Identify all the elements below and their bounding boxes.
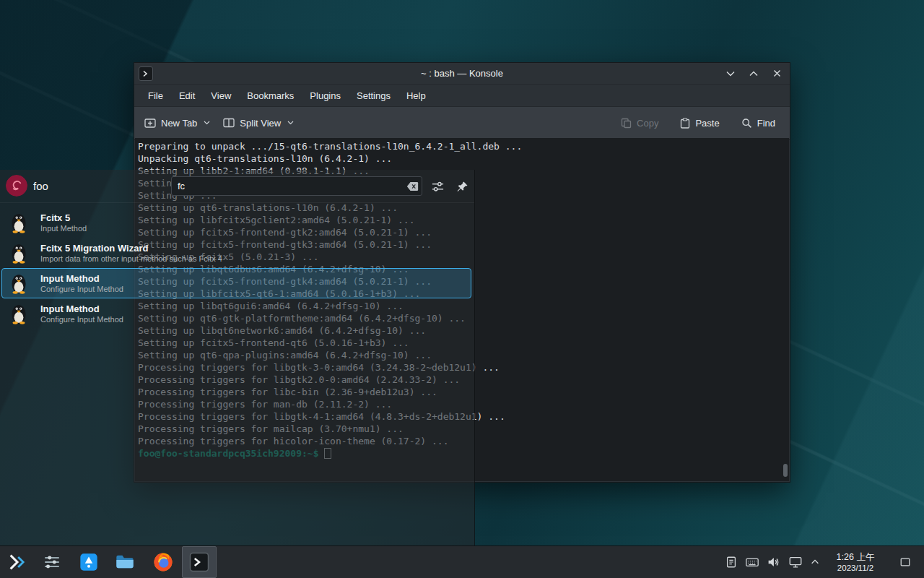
tune-icon[interactable] bbox=[430, 179, 445, 194]
result-title: Fcitx 5 Migration Wizard bbox=[40, 243, 222, 254]
tux-linux-icon bbox=[9, 272, 28, 294]
launcher-result-item[interactable]: Input Method Configure Input Method bbox=[1, 298, 471, 329]
menu-item[interactable]: Help bbox=[398, 87, 434, 105]
task-manager-settings-icon bbox=[43, 553, 61, 571]
copy-label: Copy bbox=[637, 118, 658, 129]
launcher-header: foo bbox=[0, 170, 474, 203]
tux-linux-icon bbox=[9, 303, 28, 324]
result-subtitle: Configure Input Method bbox=[40, 285, 123, 294]
menu-item[interactable]: Bookmarks bbox=[239, 87, 302, 105]
menu-bar: File Edit View Bookmarks Plugins Setting… bbox=[134, 85, 790, 107]
clock-date: 2023/11/2 bbox=[837, 563, 873, 573]
close-icon[interactable] bbox=[771, 68, 783, 79]
launcher-search bbox=[171, 176, 422, 196]
split-view-icon bbox=[223, 118, 235, 128]
maximize-icon[interactable] bbox=[748, 68, 759, 79]
find-label: Find bbox=[757, 118, 775, 129]
pin-icon[interactable] bbox=[455, 179, 469, 194]
file-manager-button[interactable] bbox=[110, 546, 140, 578]
split-view-button[interactable]: Split View bbox=[223, 118, 294, 129]
new-tab-icon bbox=[144, 118, 156, 128]
copy-icon bbox=[621, 118, 632, 129]
terminal-scrollbar-thumb[interactable] bbox=[783, 464, 788, 477]
search-input[interactable] bbox=[171, 176, 422, 196]
tux-linux-icon bbox=[9, 212, 28, 233]
application-launcher: foo bbox=[0, 170, 475, 545]
display-icon bbox=[788, 555, 803, 569]
notifications-icon bbox=[725, 556, 738, 569]
user-name: foo bbox=[33, 170, 48, 202]
terminal-output-line: Preparing to unpack .../15-qt6-translati… bbox=[138, 140, 786, 152]
menu-item[interactable]: Plugins bbox=[302, 87, 349, 105]
window-titlebar[interactable]: ~ : bash — Konsole bbox=[134, 63, 790, 85]
menu-item[interactable]: Settings bbox=[349, 87, 398, 105]
paste-icon bbox=[680, 118, 690, 129]
application-launcher-button[interactable] bbox=[1, 546, 33, 578]
expand-tray-icon bbox=[810, 557, 820, 567]
menu-item[interactable]: View bbox=[203, 87, 239, 105]
menu-item[interactable]: File bbox=[140, 87, 171, 105]
launcher-result-item[interactable]: Fcitx 5 Input Method bbox=[1, 207, 471, 238]
split-view-label: Split View bbox=[240, 118, 281, 129]
screen: ~ : bash — Konsole File Edit View bbox=[0, 0, 924, 578]
tux-linux-icon bbox=[9, 242, 28, 264]
display-button[interactable] bbox=[785, 546, 806, 578]
new-tab-button[interactable]: New Tab bbox=[144, 118, 210, 129]
terminal-output-line: Unpacking qt6-translations-l10n (6.4.2-1… bbox=[138, 152, 786, 165]
toolbar: New Tab Split View Copy bbox=[134, 107, 790, 139]
show-desktop-button[interactable] bbox=[894, 546, 917, 578]
launcher-result-item[interactable]: Input Method Configure Input Method bbox=[1, 268, 471, 298]
firefox-icon bbox=[152, 551, 174, 573]
volume-button[interactable] bbox=[764, 546, 783, 578]
menu-item[interactable]: Edit bbox=[171, 87, 203, 105]
chevron-down-icon bbox=[204, 121, 210, 125]
expand-tray-button[interactable] bbox=[807, 546, 823, 578]
file-manager-icon bbox=[115, 552, 135, 572]
result-title: Input Method bbox=[40, 303, 123, 314]
user-avatar[interactable] bbox=[6, 175, 27, 197]
find-icon bbox=[741, 118, 752, 129]
copy-button: Copy bbox=[621, 118, 658, 129]
result-subtitle: Input Method bbox=[40, 224, 87, 233]
task-manager-settings-button[interactable] bbox=[38, 546, 66, 578]
notifications-button[interactable] bbox=[722, 546, 741, 578]
window-title: ~ : bash — Konsole bbox=[421, 68, 503, 79]
software-center-button[interactable] bbox=[74, 546, 104, 578]
minimize-icon[interactable] bbox=[725, 68, 736, 79]
result-title: Input Method bbox=[40, 273, 123, 284]
clear-text-icon[interactable] bbox=[406, 180, 419, 192]
launcher-results: Fcitx 5 Input Method Fcitx 5 Migration W… bbox=[1, 207, 471, 329]
paste-button[interactable]: Paste bbox=[680, 118, 719, 129]
new-tab-label: New Tab bbox=[161, 118, 197, 129]
digital-clock[interactable]: 1:26 上午 2023/11/2 bbox=[824, 546, 886, 578]
find-button[interactable]: Find bbox=[741, 118, 775, 129]
clock-time: 1:26 上午 bbox=[837, 552, 875, 563]
result-title: Fcitx 5 bbox=[40, 212, 87, 223]
launcher-result-item[interactable]: Fcitx 5 Migration Wizard Import data fro… bbox=[1, 238, 471, 268]
konsole-icon bbox=[188, 551, 210, 573]
volume-icon bbox=[766, 555, 780, 569]
debian-swirl-icon bbox=[6, 175, 27, 197]
software-center-icon bbox=[79, 552, 99, 572]
keyboard-button[interactable] bbox=[742, 546, 762, 578]
show-desktop-icon bbox=[899, 556, 911, 568]
result-subtitle: Import data from other input method such… bbox=[40, 254, 222, 264]
taskbar-panel: 1:26 上午 2023/11/2 bbox=[0, 545, 924, 578]
konsole-window-icon bbox=[139, 66, 153, 81]
application-launcher-icon bbox=[7, 552, 27, 572]
result-subtitle: Configure Input Method bbox=[40, 315, 123, 324]
chevron-down-icon bbox=[287, 121, 294, 125]
paste-label: Paste bbox=[695, 118, 719, 129]
firefox-button[interactable] bbox=[147, 546, 179, 578]
keyboard-icon bbox=[745, 555, 759, 569]
konsole-task-button[interactable] bbox=[182, 546, 217, 578]
